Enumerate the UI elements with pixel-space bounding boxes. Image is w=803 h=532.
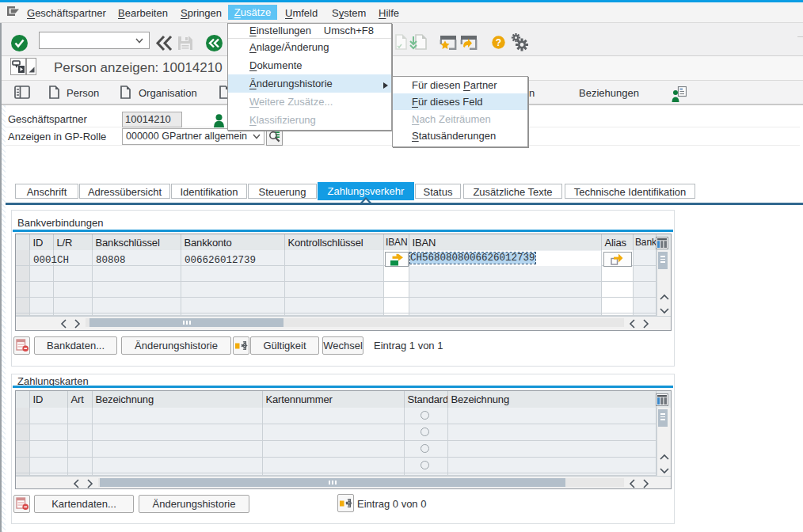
svg-text:?: ? xyxy=(496,37,501,48)
